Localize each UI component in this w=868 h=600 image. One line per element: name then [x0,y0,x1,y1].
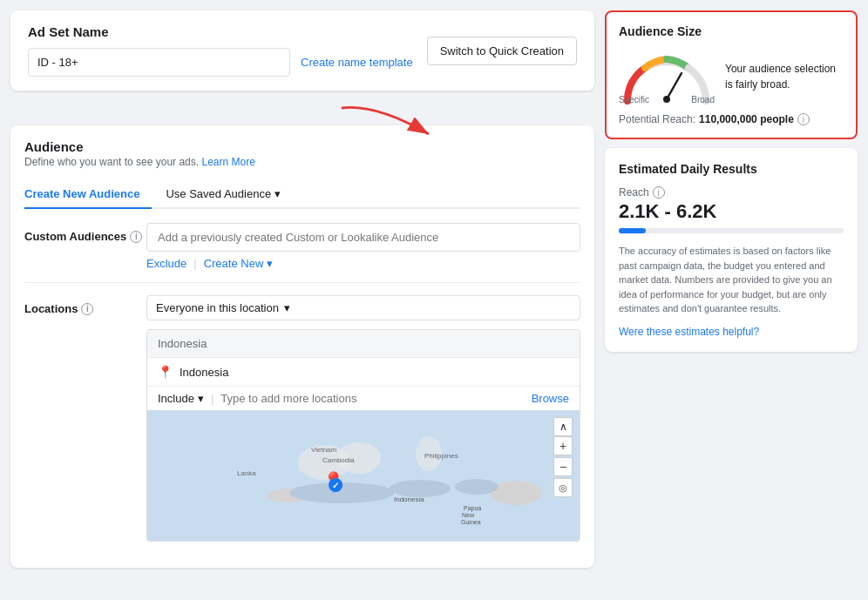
custom-audiences-field: Exclude | Create New ▾ [146,223,580,270]
audience-size-title: Audience Size [619,24,844,38]
tab-use-saved-audience[interactable]: Use Saved Audience ▾ [166,180,293,209]
divider: | [193,257,196,270]
estimated-daily-results-card: Estimated Daily Results Reach i 2.1K - 6… [605,148,858,352]
svg-text:Indonesia: Indonesia [394,496,424,503]
custom-audiences-label: Custom Audiences i [24,223,146,243]
audience-card: Audience Define who you want to see your… [10,125,594,568]
audience-desc: Your audience selection is fairly broad. [725,61,844,92]
svg-text:Papua: Papua [464,505,481,512]
adset-name-card: Ad Set Name Create name template Switch … [10,10,594,91]
adset-title: Ad Set Name [28,24,413,39]
map-collapse-button[interactable]: ∧ [553,417,573,436]
svg-text:New: New [462,512,475,518]
svg-line-21 [667,73,682,99]
svg-text:Vietnam: Vietnam [311,446,337,454]
reach-bar-fill [619,228,646,233]
exclude-link[interactable]: Exclude [146,257,186,270]
reach-bar-background [619,228,844,233]
adset-input-row: Create name template [28,48,413,77]
map-zoom-in-button[interactable]: + [553,436,573,455]
learn-more-link[interactable]: Learn More [201,156,254,168]
reach-info-icon[interactable]: i [653,186,665,199]
svg-point-10 [390,480,451,497]
svg-point-8 [490,481,542,505]
divider-include: | [211,392,214,405]
separator [24,282,580,283]
name-template-link[interactable]: Create name template [301,56,413,69]
chevron-down-icon-include: ▾ [198,392,204,405]
browse-button[interactable]: Browse [532,392,569,405]
map-svg: Vietnam Cambodia Lanka Papua New Guinea … [147,410,580,541]
svg-point-11 [455,479,498,495]
location-country-header: Indonesia [147,330,580,357]
svg-text:Cambodia: Cambodia [322,456,355,464]
map-container: Vietnam Cambodia Lanka Papua New Guinea … [147,410,580,541]
svg-point-22 [663,96,670,103]
exclude-create-row: Exclude | Create New ▾ [146,257,580,270]
helpful-estimates-link[interactable]: Were these estimates helpful? [619,326,759,338]
chevron-up-icon: ∧ [559,421,567,433]
chevron-down-icon-location: ▾ [284,301,290,314]
custom-audiences-row: Custom Audiences i Exclude | Create New … [24,223,580,270]
adset-left: Ad Set Name Create name template [28,24,413,77]
custom-audiences-info-icon[interactable]: i [130,231,142,243]
map-controls: + − ◎ [553,436,573,497]
estimated-desc: The accuracy of estimates is based on fa… [619,244,844,316]
custom-audiences-input[interactable] [146,223,580,252]
gauge-container: Specific Broad [619,49,715,104]
location-search-input[interactable] [220,392,524,405]
location-box: Indonesia 📍 Indonesia Include ▾ | [146,329,580,542]
locations-field: Everyone in this location ▾ Indonesia 📍 … [146,295,580,542]
adset-name-input[interactable] [28,48,290,77]
locations-label: Locations i [24,295,146,315]
red-arrow-icon [333,99,437,143]
location-check-icon: ✓ [329,478,342,492]
svg-text:Lanka: Lanka [237,469,256,477]
include-dropdown[interactable]: Include ▾ [158,392,204,405]
reach-label: Reach i [619,186,844,199]
svg-text:Guinea: Guinea [461,519,481,525]
chevron-down-icon: ▾ [275,187,281,200]
include-row: Include ▾ | Browse [147,386,580,410]
switch-to-quick-creation-button[interactable]: Switch to Quick Creation [427,37,577,65]
gauge-broad-label: Broad [691,95,715,104]
tab-create-new-audience[interactable]: Create New Audience [24,180,152,209]
audience-section-desc: Define who you want to see your ads. Lea… [24,156,580,168]
potential-reach-info-icon[interactable]: i [797,113,810,125]
location-type-dropdown[interactable]: Everyone in this location ▾ [146,295,580,320]
svg-text:Philippines: Philippines [424,452,458,460]
reach-value: 2.1K - 6.2K [619,200,844,223]
location-type-label: Include [158,392,194,405]
audience-tabs: Create New Audience Use Saved Audience ▾ [24,180,580,209]
locations-row: Locations i Everyone in this location ▾ … [24,295,580,542]
map-location-button[interactable]: ◎ [553,478,573,497]
map-zoom-out-button[interactable]: − [553,457,573,476]
svg-rect-1 [167,410,559,541]
location-item: 📍 Indonesia [147,357,580,386]
locations-info-icon[interactable]: i [81,303,93,315]
estimated-title: Estimated Daily Results [619,162,844,176]
audience-size-card: Audience Size [605,10,858,139]
location-pin-icon: 📍 [158,365,173,379]
gauge-specific-label: Specific [619,95,649,104]
gauge-row: Specific Broad Your audience selection i… [619,49,844,104]
arrow-annotation [10,99,594,143]
chevron-down-icon-create: ▾ [267,257,273,270]
create-new-button[interactable]: Create New ▾ [204,257,274,270]
potential-reach: Potential Reach: 110,000,000 people i [619,113,844,125]
